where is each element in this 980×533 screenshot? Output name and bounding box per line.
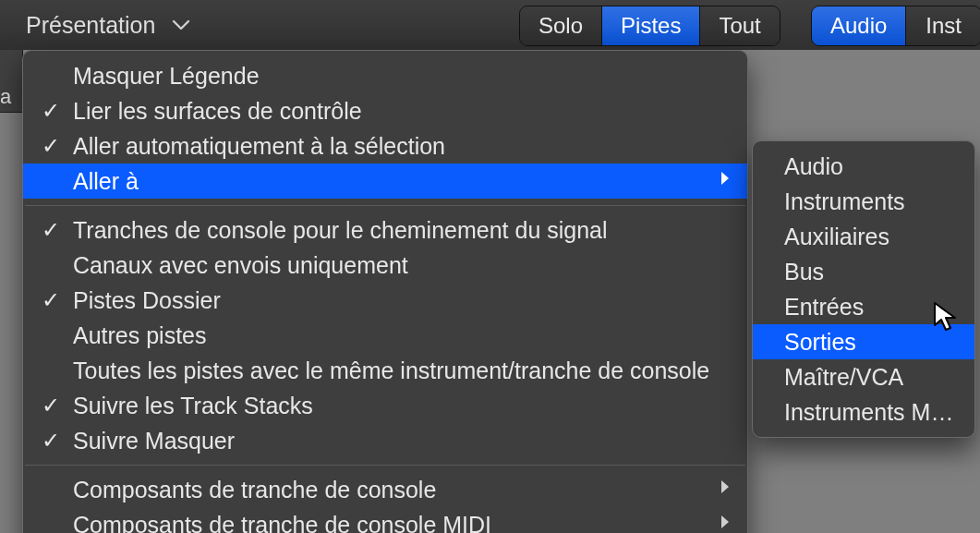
menu-separator [25,465,745,466]
menu-item-label: Suivre les Track Stacks [73,393,313,418]
submenu-item-5[interactable]: Sorties [753,324,974,359]
submenu-item-3[interactable]: Bus [753,254,974,289]
left-strip: a [0,50,23,113]
menu-item-s3-0[interactable]: Composants de tranche de console [23,472,747,507]
submenu-arrow-icon [720,170,731,187]
seg-pistes-label: Pistes [621,13,681,39]
menu-item-label: Pistes Dossier [73,287,221,313]
check-icon: ✓ [42,285,60,315]
seg-solo[interactable]: Solo [520,6,602,45]
seg-audio[interactable]: Audio [812,6,906,45]
menu-item-label: Aller automatiquement à la sélection [73,133,445,159]
seg-tout[interactable]: Tout [700,6,779,45]
menu-item-s2-3[interactable]: Autres pistes [23,318,747,353]
seg-inst[interactable]: Inst [906,6,980,45]
seg-pistes[interactable]: Pistes [602,6,700,45]
submenu-item-6[interactable]: Maître/VCA [753,359,974,394]
mixer-body: a Masquer Légende✓Lier les surfaces de c… [0,50,980,533]
menu-item-label: Lier les surfaces de contrôle [73,98,362,124]
presentation-menu-button[interactable]: Présentation [26,12,190,39]
submenu-item-label: Auxiliaires [784,224,889,249]
menu-item-s1-3[interactable]: Aller à [23,164,747,199]
menu-item-s2-6[interactable]: ✓Suivre Masquer [23,423,747,458]
menu-item-s2-2[interactable]: ✓Pistes Dossier [23,283,747,318]
menu-item-label: Suivre Masquer [73,428,235,454]
mixer-scope-segmented: Solo Pistes Tout [519,6,780,46]
seg-audio-label: Audio [830,13,887,39]
submenu-item-1[interactable]: Instruments [753,184,974,219]
mixer-type-segmented: Audio Inst [811,6,980,46]
submenu-item-label: Bus [784,259,824,285]
presentation-menu: Masquer Légende✓Lier les surfaces de con… [22,50,748,533]
menu-item-label: Toutes les pistes avec le même instrumen… [73,357,709,383]
submenu-item-4[interactable]: Entrées [753,289,974,324]
submenu-item-label: Instruments MIDI [784,399,960,425]
menu-item-label: Composants de tranche de console [73,477,436,503]
menu-item-s2-1[interactable]: Canaux avec envois uniquement [23,248,747,283]
check-icon: ✓ [42,96,60,126]
submenu-item-label: Entrées [784,294,864,320]
menu-separator [25,205,745,206]
seg-inst-label: Inst [926,13,962,39]
submenu-arrow-icon [720,478,731,495]
check-icon: ✓ [42,131,60,161]
check-icon: ✓ [42,391,60,420]
submenu-item-0[interactable]: Audio [753,149,974,184]
check-icon: ✓ [42,426,60,455]
submenu-arrow-icon [720,514,731,530]
mixer-toolbar: Présentation Solo Pistes Tout Audio Inst [0,0,980,51]
submenu-item-label: Instruments [784,188,905,214]
menu-item-label: Masquer Légende [73,63,260,89]
menu-item-s3-1[interactable]: Composants de tranche de console MIDI [23,507,747,533]
submenu-item-label: Maître/VCA [784,364,903,390]
menu-item-s2-5[interactable]: ✓Suivre les Track Stacks [23,388,747,423]
chevron-down-icon [172,18,190,31]
submenu-item-label: Sorties [784,329,856,355]
submenu-item-2[interactable]: Auxiliaires [753,219,974,254]
menu-item-s2-0[interactable]: ✓Tranches de console pour le cheminement… [23,212,747,248]
seg-tout-label: Tout [719,13,760,39]
seg-solo-label: Solo [538,13,583,39]
menu-item-s2-4[interactable]: Toutes les pistes avec le même instrumen… [23,353,747,388]
submenu-item-7[interactable]: Instruments MIDI [753,394,974,430]
aller-a-submenu: AudioInstrumentsAuxiliairesBusEntréesSor… [752,140,975,438]
check-icon: ✓ [42,215,60,245]
menu-item-label: Tranches de console pour le cheminement … [73,217,608,243]
menu-item-label: Aller à [73,168,139,194]
presentation-label: Présentation [26,12,155,39]
menu-item-label: Canaux avec envois uniquement [73,252,408,278]
menu-item-s1-1[interactable]: ✓Lier les surfaces de contrôle [23,93,747,128]
submenu-item-label: Audio [784,153,843,179]
menu-item-label: Autres pistes [73,322,207,348]
menu-item-label: Composants de tranche de console MIDI [73,512,491,533]
left-strip-label: a [0,85,11,109]
menu-item-s1-2[interactable]: ✓Aller automatiquement à la sélection [23,128,747,164]
menu-item-s1-0[interactable]: Masquer Légende [23,58,747,93]
